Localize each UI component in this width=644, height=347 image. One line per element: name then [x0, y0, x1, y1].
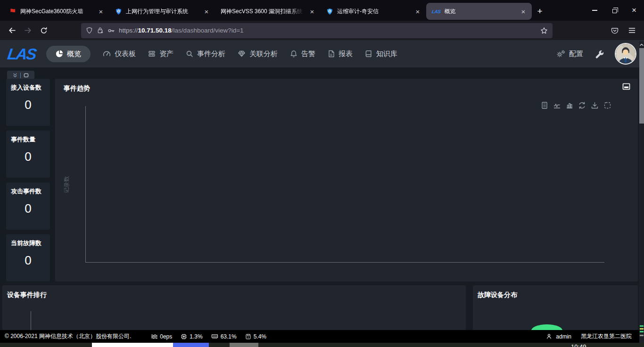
scrollbar-mark — [640, 328, 644, 330]
stat-label: 事件数量 — [6, 131, 50, 144]
bar-chart-toggle-icon[interactable] — [566, 101, 573, 109]
scrollbar-mark — [640, 335, 644, 336]
user-person-icon — [546, 333, 552, 339]
page-scrollbar[interactable] — [639, 41, 644, 343]
las-logo[interactable]: LAS — [7, 46, 37, 62]
reload-icon — [40, 27, 48, 34]
window-restore-button[interactable] — [604, 0, 624, 21]
stat-card-attacks: 攻击事件数 0 — [6, 182, 50, 230]
nav-item-label: 报表 — [339, 50, 353, 58]
pie-chart-icon — [56, 50, 63, 58]
tab-close-icon[interactable]: × — [307, 7, 317, 16]
taskbar-app-button-active[interactable] — [173, 343, 209, 347]
tab-secgate[interactable]: 网神SecGate3600防火墙 × — [4, 3, 109, 20]
nav-item-config[interactable]: 配置 — [556, 50, 583, 58]
blue-shield-icon — [326, 8, 333, 15]
dashboard-content: 接入设备数 0 事件数量 0 攻击事件数 0 当前故障数 0 事件趋势 — [0, 67, 644, 330]
fault-device-distribution-panel: 故障设备分布 — [473, 285, 638, 330]
nav-item-overview[interactable]: 概览 — [46, 46, 91, 62]
window-controls: × — [585, 0, 644, 21]
forward-arrow-icon — [24, 26, 32, 34]
nav-item-knowledge[interactable]: 知识库 — [365, 50, 397, 58]
url-text[interactable]: https://10.71.50.18/las/dashboard/view?i… — [119, 27, 537, 34]
stat-label: 当前故障数 — [6, 234, 50, 248]
tab-close-icon[interactable]: × — [519, 7, 528, 16]
taskbar-app-button[interactable] — [92, 343, 173, 347]
url-bar[interactable]: https://10.71.50.18/las/dashboard/view?i… — [81, 23, 553, 38]
scrollbar-thumb[interactable] — [639, 48, 644, 124]
menu-button[interactable] — [623, 23, 640, 38]
panel-title: 事件趋势 — [64, 84, 90, 93]
stat-value: 0 — [6, 149, 50, 164]
stat-value: 0 — [6, 201, 50, 216]
data-view-icon[interactable] — [541, 101, 548, 109]
las-logo-icon: LAS — [431, 9, 441, 14]
tab-audit-system[interactable]: 上网行为管理与审计系统 × — [109, 3, 215, 20]
bell-icon — [290, 50, 297, 58]
tab-close-icon[interactable]: × — [96, 7, 106, 16]
nav-item-correlation[interactable]: 关联分析 — [238, 50, 278, 58]
nav-item-alerts[interactable]: 告警 — [290, 50, 315, 58]
window-minimize-button[interactable] — [585, 0, 604, 21]
nav-item-label: 概览 — [67, 50, 81, 58]
window-layout-icon[interactable] — [23, 72, 29, 78]
red-flag-icon — [9, 8, 17, 15]
scrollbar-mark — [640, 325, 644, 327]
book-icon — [365, 50, 372, 58]
eps-value: 0eps — [160, 333, 172, 340]
forward-button[interactable] — [20, 23, 36, 38]
gem-icon — [238, 50, 246, 58]
browser-tab-bar: 网神SecGate3600防火墙 × 上网行为管理与审计系统 × 网神SecVS… — [0, 0, 644, 21]
chip-separator — [20, 73, 21, 78]
browser-toolbar: https://10.71.50.18/las/dashboard/view?i… — [0, 21, 644, 40]
stat-card-faults: 当前故障数 0 — [6, 234, 50, 281]
taskbar-app-button[interactable] — [230, 343, 258, 347]
back-arrow-icon — [8, 26, 16, 34]
stat-value: 0 — [6, 253, 50, 268]
data-zoom-select-icon[interactable] — [603, 101, 611, 109]
tab-title: 运维审计-奇安信 — [337, 8, 409, 16]
panel-maximize-icon[interactable] — [622, 83, 630, 90]
search-icon — [186, 50, 193, 58]
tab-close-icon[interactable]: × — [413, 7, 422, 16]
tab-overview-active[interactable]: LAS 概览 × — [426, 3, 532, 20]
nav-item-event-analysis[interactable]: 事件分析 — [186, 50, 225, 58]
logged-in-user[interactable]: admin — [556, 333, 571, 340]
lock-warning-icon[interactable] — [97, 27, 104, 34]
memory-metric: 63.1% — [211, 333, 237, 340]
disk-metric: 5.4% — [245, 333, 266, 340]
nav-item-dashboard[interactable]: 仪表板 — [103, 50, 136, 58]
nav-item-reports[interactable]: 报表 — [328, 50, 353, 58]
throughput-waves-icon — [151, 334, 157, 339]
reload-button[interactable] — [36, 23, 52, 38]
nav-items: 概览 仪表板 资产 事件分析 关联分析 — [46, 46, 397, 62]
tab-title: 网神SecGate3600防火墙 — [20, 8, 92, 16]
nav-item-label: 配置 — [569, 50, 583, 58]
wrench-icon[interactable] — [594, 50, 603, 58]
user-avatar[interactable] — [615, 43, 636, 65]
window-close-button[interactable]: × — [624, 0, 644, 21]
blue-shield-icon — [115, 8, 122, 15]
bookmark-star-icon[interactable] — [540, 27, 548, 34]
tracking-shield-icon[interactable] — [86, 27, 93, 34]
tab-close-icon[interactable]: × — [202, 7, 211, 16]
tab-secvss[interactable]: 网神SecVSS 3600 漏洞扫描系统 V3 × — [215, 3, 321, 20]
line-chart-toggle-icon[interactable] — [553, 101, 561, 109]
stat-card-events: 事件数量 0 — [6, 131, 50, 178]
collapse-double-chevron-icon[interactable] — [12, 73, 18, 78]
report-file-icon — [328, 50, 335, 58]
nav-item-label: 告警 — [301, 50, 315, 58]
key-icon[interactable] — [107, 27, 115, 34]
save-image-download-icon[interactable] — [591, 101, 599, 109]
hamburger-menu-icon — [628, 27, 636, 33]
nav-item-assets[interactable]: 资产 — [148, 50, 173, 58]
tab-ops-audit[interactable]: 运维审计-奇安信 × — [321, 3, 426, 20]
nav-item-label: 资产 — [159, 50, 173, 58]
new-tab-button[interactable]: + — [532, 3, 548, 19]
y-axis-line — [85, 106, 86, 263]
scroll-up-arrow-icon[interactable] — [639, 42, 644, 47]
back-button[interactable] — [4, 23, 20, 38]
tab-title: 网神SecVSS 3600 漏洞扫描系统 V3 — [221, 8, 304, 16]
restore-icon[interactable] — [578, 101, 586, 109]
pocket-button[interactable] — [606, 23, 623, 38]
